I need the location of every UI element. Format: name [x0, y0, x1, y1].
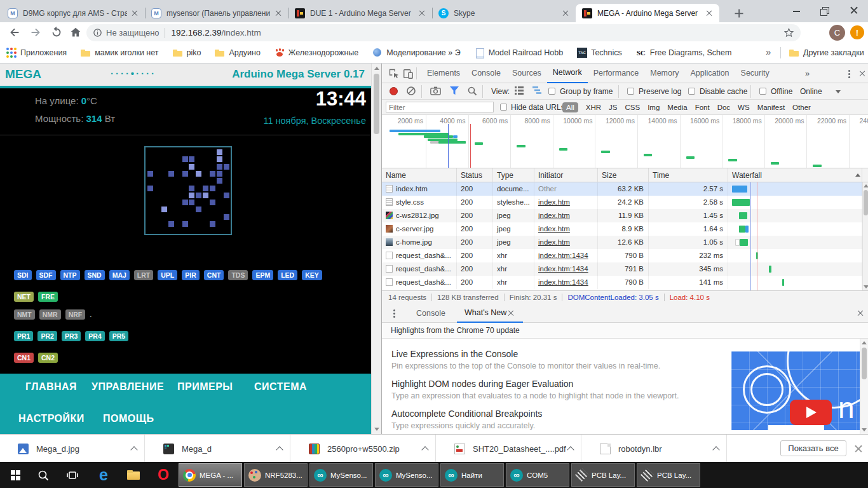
whats-new-title[interactable]: Autocomplete Conditional Breakpoints: [391, 409, 719, 419]
table-row[interactable]: c-server.jpg200jpegindex.htm8.9 KB1.64 s: [382, 222, 862, 236]
tag-chip-pr3[interactable]: PR3: [62, 331, 81, 341]
whats-new-scrollbar[interactable]: [860, 339, 868, 434]
devtools-tab-application[interactable]: Application: [684, 64, 735, 83]
table-row[interactable]: style.css200styleshe...index.htm24.2 KB2…: [382, 196, 862, 209]
chrome-70-promo-image[interactable]: n: [731, 351, 860, 430]
download-menu-chevron-icon[interactable]: [567, 446, 574, 453]
menu-item[interactable]: СИСТЕМА: [254, 381, 307, 393]
initiator-link[interactable]: index.htm: [538, 238, 570, 246]
filter-pill-css[interactable]: CSS: [625, 104, 640, 111]
opera-button[interactable]: O: [149, 462, 177, 488]
hide-data-urls-checkbox[interactable]: [500, 104, 507, 111]
download-item[interactable]: 2560pro+w5500.zip: [291, 435, 436, 463]
search-icon[interactable]: [467, 86, 477, 96]
tag-chip-pir[interactable]: PIR: [182, 270, 200, 280]
drawer-menu-icon[interactable]: [393, 309, 395, 311]
drawer-close-icon[interactable]: [855, 308, 865, 318]
tag-chip-sdf[interactable]: SDF: [36, 270, 56, 280]
menu-item[interactable]: НАСТРОЙКИ: [18, 413, 85, 424]
page-scrollbar[interactable]: [371, 64, 381, 434]
tag-chip-key[interactable]: KEY: [302, 270, 322, 280]
devtools-close-icon[interactable]: [857, 69, 867, 79]
devtools-tab-network[interactable]: Network: [547, 64, 588, 83]
tag-chip-sdi[interactable]: SDI: [14, 270, 32, 280]
scroll-down-icon[interactable]: [374, 428, 379, 431]
browser-tab[interactable]: Mmysensor (Панель управлени: [145, 4, 288, 22]
start-button[interactable]: [1, 462, 29, 488]
forward-icon[interactable]: [29, 25, 43, 39]
tag-chip-nrf[interactable]: NRF: [65, 309, 86, 320]
close-window-icon[interactable]: [839, 0, 868, 20]
filter-pill-doc[interactable]: Doc: [717, 104, 730, 111]
scroll-thumb[interactable]: [862, 348, 867, 379]
browser-tab[interactable]: MEGA - Arduino Mega Server: [576, 4, 719, 22]
bookmark-item[interactable]: Приложения: [6, 48, 67, 58]
table-row[interactable]: request_dash&...200xhrindex.htm:1434790 …: [382, 276, 862, 289]
tag-chip-upl[interactable]: UPL: [158, 270, 177, 280]
filter-pill-other[interactable]: Other: [792, 104, 811, 111]
filter-icon[interactable]: [449, 86, 459, 95]
tag-chip-nmt[interactable]: NMT: [14, 309, 35, 320]
bookmark-item[interactable]: Model Railroad Hobb: [475, 48, 563, 58]
bookmark-item[interactable]: Ардуино: [215, 48, 260, 58]
devtools-menu-icon[interactable]: [848, 70, 850, 72]
list-view-icon[interactable]: [514, 86, 524, 95]
scroll-thumb[interactable]: [864, 190, 868, 215]
tag-chip-pr1[interactable]: PR1: [14, 331, 33, 341]
table-scrollbar[interactable]: [862, 182, 868, 290]
filter-pill-manifest[interactable]: Manifest: [757, 104, 785, 111]
show-all-downloads-button[interactable]: Показать все: [780, 440, 846, 456]
initiator-link[interactable]: index.htm: [538, 212, 570, 219]
bookmark-item[interactable]: Железнодорожные: [275, 48, 358, 58]
network-overview[interactable]: 2000 ms4000 ms6000 ms8000 ms10000 ms1200…: [382, 115, 868, 168]
devtools-tab-performance[interactable]: Performance: [588, 64, 645, 83]
download-menu-chevron-icon[interactable]: [276, 446, 283, 453]
taskbar-button-pcb-lay-[interactable]: PCB Lay...: [571, 463, 635, 487]
devtools-tab-console[interactable]: Console: [466, 64, 506, 83]
initiator-link[interactable]: index.htm:1434: [538, 252, 588, 259]
back-icon[interactable]: [8, 25, 22, 39]
scroll-up-icon[interactable]: [374, 67, 379, 70]
initiator-link[interactable]: index.htm:1434: [538, 278, 588, 286]
column-header-name[interactable]: Name: [382, 168, 457, 182]
new-tab-button[interactable]: [731, 5, 747, 22]
waterfall-view-icon[interactable]: [532, 86, 542, 95]
scroll-up-icon[interactable]: [862, 341, 867, 344]
table-row[interactable]: request_dash&...200xhrindex.htm:1434791 …: [382, 262, 862, 276]
bookmark-item[interactable]: TACTechnics: [577, 48, 622, 58]
taskbar-button-nrf5283-[interactable]: NRF5283...: [244, 463, 308, 487]
tag-chip-pr5[interactable]: PR5: [109, 331, 128, 341]
info-icon[interactable]: [93, 28, 102, 37]
filter-pill-xhr[interactable]: XHR: [586, 104, 601, 111]
tag-chip-pr4[interactable]: PR4: [85, 331, 104, 341]
page-menu-dots[interactable]: ····•····: [95, 68, 172, 79]
table-row[interactable]: c-home.jpg200jpegindex.htm12.6 KB1.05 s: [382, 236, 862, 249]
tag-chip-fre[interactable]: FRE: [38, 292, 58, 302]
download-menu-chevron-icon[interactable]: [421, 446, 428, 453]
menu-item[interactable]: ПРИМЕРЫ: [177, 381, 233, 393]
group-by-frame-checkbox[interactable]: [548, 88, 555, 95]
tag-chip-epm[interactable]: EPM: [252, 270, 273, 280]
taskbar-search-button[interactable]: [29, 462, 57, 488]
tab-close-icon[interactable]: [417, 8, 427, 18]
taskbar-button-pcb-lay-[interactable]: PCB Lay...: [637, 463, 700, 487]
tab-close-icon[interactable]: [560, 8, 571, 18]
tag-chip-led[interactable]: LED: [278, 270, 297, 280]
bookmark-star-icon[interactable]: [783, 27, 794, 38]
filter-pill-media[interactable]: Media: [667, 104, 687, 111]
play-button-icon[interactable]: [790, 400, 832, 425]
home-icon[interactable]: [69, 25, 83, 39]
table-row[interactable]: request_dash&...200xhrindex.htm:1434790 …: [382, 249, 862, 262]
task-view-button[interactable]: [58, 462, 86, 488]
devtools-tab-security[interactable]: Security: [735, 64, 775, 83]
column-header-size[interactable]: Size: [598, 168, 649, 182]
bookmark-item[interactable]: piko: [173, 48, 201, 58]
network-filter-input[interactable]: [386, 102, 494, 112]
drawer-tab-console[interactable]: Console: [409, 304, 453, 323]
filter-pill-img[interactable]: Img: [648, 104, 660, 111]
tag-chip-cn2[interactable]: CN2: [38, 353, 58, 363]
tag-chip-snd[interactable]: SND: [85, 270, 105, 280]
dropdown-icon[interactable]: [836, 90, 841, 93]
column-header-status[interactable]: Status: [457, 168, 493, 182]
initiator-link[interactable]: index.htm: [538, 198, 570, 206]
